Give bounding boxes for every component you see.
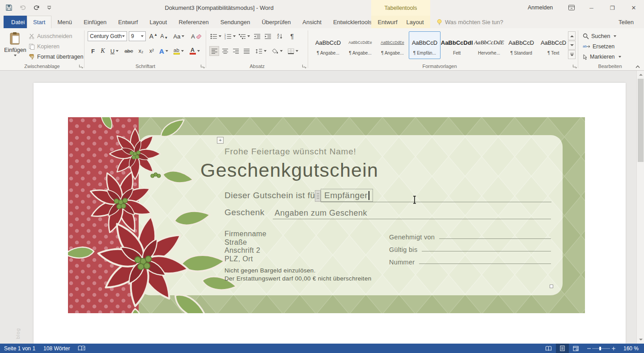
paragraph-dialog-launcher-icon[interactable] xyxy=(302,64,306,68)
zoom-slider[interactable] xyxy=(583,344,619,353)
close-button[interactable]: ✕ xyxy=(623,0,644,16)
clear-formatting-button[interactable]: A xyxy=(190,31,203,41)
style-item[interactable]: AaBbCcDdEe¶ Angabe... xyxy=(344,31,376,59)
font-size-combo[interactable]: 9 xyxy=(129,31,146,41)
highlight-color-button[interactable]: ab xyxy=(172,46,185,56)
tab-tabellentools-layout[interactable]: Layout xyxy=(402,16,428,28)
company-block[interactable]: Firmenname Straße Anschrift 2 PLZ, Ort xyxy=(225,230,267,263)
gift-certificate[interactable]: + Frohe Feiertage wünscht Name! Geschenk… xyxy=(68,117,585,313)
italic-button[interactable]: K xyxy=(98,46,107,56)
tab-entwurf[interactable]: Entwurf xyxy=(112,16,144,28)
style-item[interactable]: AaBbCcDdEe¶ Angabe... xyxy=(377,31,408,59)
align-left-button[interactable] xyxy=(209,46,219,56)
zoom-level[interactable]: 160 % xyxy=(619,344,644,353)
borders-button[interactable] xyxy=(286,46,300,56)
print-layout-view-icon[interactable] xyxy=(556,344,569,353)
style-item[interactable]: AaBbCcDdEHervorhe... xyxy=(473,31,505,59)
style-item[interactable]: AaBbCcD¶ Text xyxy=(538,31,569,59)
strikethrough-button[interactable]: abe xyxy=(123,46,135,56)
content-control-handle[interactable] xyxy=(315,190,321,202)
tab-start[interactable]: Start xyxy=(27,16,51,28)
sort-button[interactable]: AZ xyxy=(275,31,285,41)
align-right-button[interactable] xyxy=(231,46,241,56)
tab-ueberpruefen[interactable]: Überprüfen xyxy=(256,16,297,28)
format-painter-button[interactable]: Format übertragen xyxy=(29,54,84,60)
scroll-thumb[interactable] xyxy=(638,79,644,162)
recipient-field[interactable]: Empfänger xyxy=(321,189,373,202)
scroll-down-button[interactable] xyxy=(637,336,644,344)
clipboard-icon xyxy=(9,32,21,45)
page-indicator[interactable]: Seite 1 von 1 xyxy=(0,344,39,353)
scroll-up-button[interactable] xyxy=(637,71,644,78)
gift-value[interactable]: Angaben zum Geschenk xyxy=(275,208,367,218)
word-count[interactable]: 108 Wörter xyxy=(39,344,74,353)
approval-fields[interactable]: Genehmigt von Gültig bis Nummer xyxy=(389,228,551,266)
table-move-handle[interactable]: + xyxy=(217,137,224,144)
maximize-button[interactable]: ❐ xyxy=(602,0,623,16)
font-family-combo[interactable]: Century Goth xyxy=(88,31,127,41)
proofing-status-icon[interactable] xyxy=(74,344,89,353)
share-button[interactable]: Teilen xyxy=(613,16,640,28)
save-icon[interactable] xyxy=(5,4,13,11)
tell-me-box[interactable]: Was möchten Sie tun? xyxy=(436,16,503,28)
tab-sendungen[interactable]: Sendungen xyxy=(215,16,256,28)
read-mode-view-icon[interactable] xyxy=(541,344,556,353)
certificate-title: Geschenkgutschein xyxy=(200,159,378,181)
paste-button[interactable]: Einfügen xyxy=(4,31,26,62)
decrease-indent-button[interactable] xyxy=(252,31,262,41)
multilevel-list-button[interactable] xyxy=(238,31,250,41)
bold-button[interactable]: F xyxy=(89,46,97,56)
tab-ansicht[interactable]: Ansicht xyxy=(297,16,327,28)
tab-entwicklertools[interactable]: Entwicklertools xyxy=(327,16,378,28)
table-resize-handle[interactable] xyxy=(550,285,553,288)
web-layout-view-icon[interactable] xyxy=(569,344,583,353)
increase-indent-button[interactable] xyxy=(263,31,273,41)
tab-menue[interactable]: Menü xyxy=(51,16,78,28)
font-dialog-launcher-icon[interactable] xyxy=(200,64,205,68)
tab-tabellentools-entwurf[interactable]: Entwurf xyxy=(373,16,402,28)
subscript-button[interactable]: x₂ xyxy=(136,46,146,56)
sign-in-link[interactable]: Anmelden xyxy=(528,4,553,11)
tab-layout[interactable]: Layout xyxy=(144,16,173,28)
find-button[interactable]: Suchen xyxy=(583,33,616,39)
text-effects-button[interactable]: A xyxy=(158,46,169,56)
style-item[interactable]: AaBbCcD¶ Standard xyxy=(505,31,537,59)
numbering-button[interactable]: 123 xyxy=(224,31,236,41)
clipboard-dialog-launcher-icon[interactable] xyxy=(79,64,83,68)
grow-font-button[interactable]: A▲ xyxy=(148,31,158,41)
shading-button[interactable] xyxy=(270,46,284,56)
bullets-button[interactable] xyxy=(209,31,222,41)
style-item[interactable]: AaBbCcD¶ Angabe... xyxy=(312,31,344,59)
style-item-selected[interactable]: AaBbCcD¶ Empfän... xyxy=(409,31,441,59)
copy-button[interactable]: Kopieren xyxy=(29,43,59,50)
tab-einfuegen[interactable]: Einfügen xyxy=(78,16,112,28)
tab-referenzen[interactable]: Referenzen xyxy=(173,16,214,28)
document-area[interactable]: blog xyxy=(0,71,644,344)
ribbon-display-options-icon[interactable] xyxy=(568,4,575,11)
field-label: Nummer xyxy=(389,259,415,266)
font-color-button[interactable]: A xyxy=(188,46,201,56)
undo-icon[interactable] xyxy=(19,4,26,11)
align-center-button[interactable] xyxy=(220,46,230,56)
redo-icon[interactable] xyxy=(33,4,40,11)
styles-scroll-up-button[interactable] xyxy=(568,31,576,40)
select-button[interactable]: Markieren xyxy=(583,54,621,60)
underline-button[interactable]: U xyxy=(108,46,121,56)
styles-dialog-launcher-icon[interactable] xyxy=(572,64,577,68)
line-spacing-button[interactable] xyxy=(254,46,267,56)
minimize-button[interactable]: ─ xyxy=(581,0,602,16)
superscript-button[interactable]: x² xyxy=(147,46,157,56)
styles-scroll-down-button[interactable] xyxy=(568,41,576,50)
styles-more-button[interactable] xyxy=(568,50,576,59)
vertical-scrollbar[interactable] xyxy=(636,71,644,344)
show-paragraph-marks-button[interactable]: ¶ xyxy=(287,31,297,41)
collapse-ribbon-icon[interactable] xyxy=(635,65,640,68)
change-case-button[interactable]: Aa xyxy=(172,31,186,41)
replace-button[interactable]: ab Ersetzen xyxy=(583,43,614,50)
style-item[interactable]: AaBbCcDdIFett xyxy=(441,31,473,59)
cut-button[interactable]: Ausschneiden xyxy=(29,33,72,39)
shrink-font-button[interactable]: A▼ xyxy=(159,31,169,41)
gift-label: Geschenk xyxy=(225,208,265,217)
justify-button[interactable] xyxy=(242,46,251,56)
customize-qat-icon[interactable] xyxy=(47,5,51,10)
